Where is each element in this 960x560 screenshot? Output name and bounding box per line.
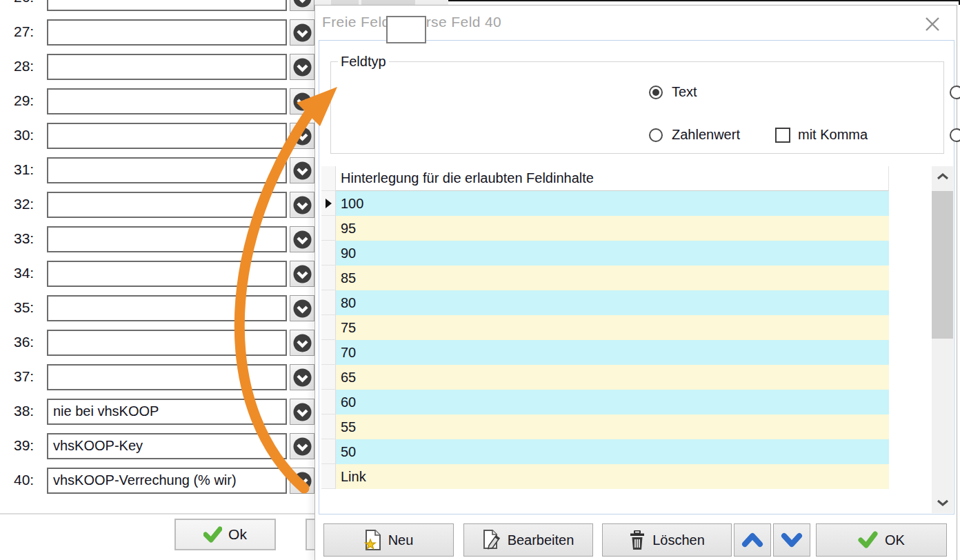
field-dropdown-button[interactable] — [290, 54, 314, 80]
ok-button[interactable]: OK — [816, 523, 947, 557]
mit-komma-label: mit Komma — [798, 127, 868, 143]
field-input[interactable] — [47, 19, 287, 46]
char-count-input[interactable] — [386, 16, 426, 43]
scroll-up-button[interactable] — [932, 166, 953, 187]
list-row[interactable]: 50 — [336, 439, 889, 464]
value-list: 10095908580757065605550Link — [336, 191, 889, 489]
radio-datum[interactable] — [950, 128, 960, 142]
field-input[interactable] — [47, 261, 287, 287]
field-dropdown-button[interactable] — [290, 192, 314, 218]
selector-cell[interactable] — [321, 340, 336, 365]
list-row[interactable]: 75 — [336, 315, 889, 340]
list-row[interactable]: Link — [336, 464, 889, 489]
radio-text[interactable] — [649, 86, 663, 99]
selector-cell[interactable] — [321, 390, 336, 414]
field-input[interactable] — [47, 192, 287, 218]
strip-segment — [415, 0, 448, 5]
field-row: 30: — [0, 123, 314, 149]
field-input[interactable] — [47, 157, 287, 183]
field-dropdown-button[interactable] — [290, 364, 314, 390]
list-row[interactable]: 95 — [336, 216, 889, 241]
field-dropdown-button[interactable] — [290, 123, 314, 149]
partial-button[interactable] — [306, 519, 314, 550]
mit-komma-checkbox[interactable] — [775, 128, 790, 143]
field-input[interactable] — [47, 123, 287, 149]
list-row[interactable]: 80 — [336, 290, 889, 315]
field-number-label: 28: — [14, 58, 44, 74]
field-input[interactable] — [47, 0, 287, 11]
scrollbar-thumb[interactable] — [932, 191, 953, 339]
selector-cell[interactable] — [321, 290, 336, 315]
selector-cell[interactable] — [321, 464, 336, 489]
selector-cell[interactable] — [321, 266, 336, 290]
selector-cell[interactable] — [321, 365, 336, 390]
dropdown-icon — [293, 368, 312, 387]
selector-cell[interactable] — [321, 414, 336, 439]
field-input[interactable] — [47, 88, 287, 114]
close-icon — [923, 15, 941, 33]
list-row[interactable]: 85 — [336, 266, 889, 290]
strip-segment — [331, 0, 359, 5]
field-row: 26: — [0, 0, 314, 11]
panel-ok-button[interactable]: Ok — [174, 519, 276, 550]
field-number-label: 30: — [14, 127, 44, 143]
selector-cell[interactable] — [321, 191, 336, 216]
field-input[interactable]: nie bei vhsKOOP — [47, 399, 287, 425]
current-row-marker-icon — [325, 198, 332, 209]
field-dropdown-button[interactable] — [290, 295, 314, 321]
dropdown-icon — [293, 92, 312, 111]
field-row: 35: — [0, 295, 314, 321]
dropdown-icon — [293, 0, 312, 8]
field-dropdown-button[interactable] — [290, 226, 314, 252]
dropdown-icon — [293, 334, 312, 352]
field-input[interactable] — [47, 226, 287, 252]
selector-cell[interactable] — [321, 216, 336, 241]
field-row: 27: — [0, 19, 314, 46]
field-dropdown-button[interactable] — [290, 261, 314, 287]
field-number-label: 29: — [14, 92, 44, 109]
list-row[interactable]: 70 — [336, 340, 889, 365]
field-dropdown-button[interactable] — [290, 433, 314, 459]
field-dropdown-button[interactable] — [290, 88, 314, 114]
chevron-down-icon — [781, 532, 803, 548]
list-row[interactable]: 90 — [336, 241, 889, 266]
loeschen-button[interactable]: Löschen — [602, 523, 732, 557]
list-header: Hinterlegung für die erlaubten Feldinhal… — [336, 166, 889, 191]
strip-segment — [361, 0, 415, 5]
field-input[interactable] — [47, 295, 287, 321]
radio-zahlenwert[interactable] — [649, 128, 663, 142]
move-down-button[interactable] — [773, 523, 810, 557]
field-dropdown-button[interactable] — [290, 19, 314, 46]
list-row[interactable]: 65 — [336, 365, 889, 390]
field-input[interactable] — [47, 364, 287, 390]
field-input[interactable] — [47, 54, 287, 80]
neu-button[interactable]: Neu — [323, 523, 454, 557]
dropdown-icon — [293, 437, 312, 456]
field-input[interactable] — [47, 330, 287, 356]
scroll-down-button[interactable] — [932, 492, 953, 513]
dropdown-icon — [293, 403, 312, 421]
field-input[interactable]: vhsKOOP-Verrechung (% wir) — [47, 468, 287, 494]
field-number-label: 33: — [14, 230, 44, 247]
strip-segment — [448, 0, 960, 5]
field-input[interactable]: vhsKOOP-Key — [47, 433, 287, 459]
move-up-button[interactable] — [734, 523, 771, 557]
field-dropdown-button[interactable] — [290, 330, 314, 356]
field-dropdown-button[interactable] — [290, 0, 314, 11]
field-dropdown-button[interactable] — [290, 468, 314, 494]
selector-cell[interactable] — [321, 315, 336, 340]
selector-cell[interactable] — [321, 439, 336, 464]
bearbeiten-button[interactable]: Bearbeiten — [463, 523, 593, 557]
field-dropdown-button[interactable] — [290, 399, 314, 425]
field-dropdown-button[interactable] — [290, 157, 314, 183]
field-row: 38:nie bei vhsKOOP — [0, 399, 314, 425]
scrollbar[interactable] — [932, 166, 953, 513]
list-row[interactable]: 55 — [336, 414, 889, 439]
list-row[interactable]: 60 — [336, 390, 889, 414]
list-row[interactable]: 100 — [336, 191, 889, 216]
selector-cell[interactable] — [321, 241, 336, 266]
field-number-label: 35: — [14, 299, 44, 316]
radio-checkbox[interactable] — [950, 86, 960, 99]
field-row: 32: — [0, 192, 314, 218]
close-button[interactable] — [921, 12, 944, 36]
